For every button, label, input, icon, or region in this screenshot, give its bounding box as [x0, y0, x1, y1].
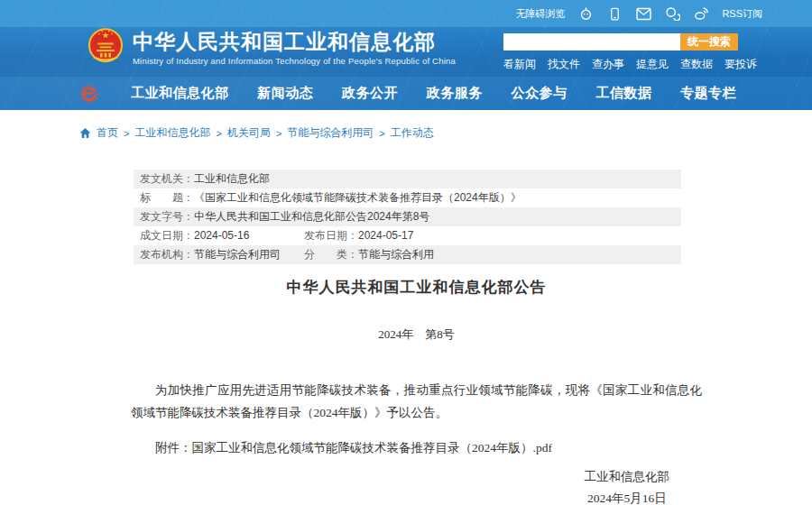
robot-icon[interactable]: [577, 5, 594, 22]
meta-value: 工业和信息化部: [194, 170, 270, 188]
nav-item-gov-services[interactable]: 政务服务: [427, 85, 483, 102]
announcement-body: 为加快推广应用先进适用节能降碳技术装备，推动重点行业领域节能降碳，现将《国家工业…: [131, 379, 702, 424]
document-meta-table: 发文机关：工业和信息化部 标 题：《国家工业和信息化领域节能降碳技术装备推荐目录…: [134, 170, 681, 264]
signature-date: 2024年5月16日: [585, 488, 670, 505]
attachment-line: 附件：国家工业和信息化领域节能降碳技术装备推荐目录（2024年版）.pdf: [131, 436, 702, 459]
quick-link-files[interactable]: 找文件: [548, 57, 580, 72]
meta-label: 发文机关：: [140, 170, 194, 188]
signature-block: 工业和信息化部 2024年5月16日: [131, 466, 702, 505]
meta-value: 《国家工业和信息化领域节能降碳技术装备推荐目录（2024年版）》: [194, 188, 521, 207]
meta-label: 发布日期：: [304, 226, 358, 245]
breadcrumb-separator: >: [216, 128, 221, 139]
breadcrumb-energy-dept[interactable]: 节能与综合利用司: [287, 125, 374, 141]
meta-label: 发文字号：: [140, 207, 194, 226]
nav-item-data[interactable]: 工信数据: [595, 85, 651, 102]
announcement-issue-number: 2024年 第8号: [131, 326, 702, 343]
accessibility-link[interactable]: 无障碍浏览: [515, 7, 565, 21]
breadcrumb: 首页 > 工业和信息化部 > 机关司局 > 节能与综合利用司 > 工作动态: [79, 125, 434, 141]
meta-value: 节能与综合利用司: [194, 245, 281, 264]
breadcrumb-separator: >: [124, 128, 129, 139]
quick-link-complaint[interactable]: 要投诉: [724, 57, 757, 72]
breadcrumb-current[interactable]: 工作动态: [391, 125, 434, 141]
home-icon[interactable]: [79, 127, 91, 139]
nav-item-participation[interactable]: 公众参与: [512, 85, 567, 102]
miit-announcement-page: 无障碍浏览: [0, 0, 812, 505]
breadcrumb-separator: >: [379, 128, 384, 139]
meta-row-issuing-agency: 发文机关：工业和信息化部: [134, 170, 681, 188]
quick-link-services[interactable]: 查办事: [592, 57, 624, 72]
main-nav-bar: 工业和信息化部 新闻动态 政务公开 政务服务 公众参与 工信数据 专题专栏: [0, 77, 812, 110]
wechat-icon[interactable]: [664, 5, 680, 22]
attachment-label: 附件：: [155, 441, 192, 454]
meta-row-dates: 成文日期：2024-05-16 发布日期：2024-05-17: [134, 226, 681, 245]
main-nav: 工业和信息化部 新闻动态 政务公开 政务服务 公众参与 工信数据 专题专栏: [131, 77, 736, 110]
announcement-title: 中华人民共和国工业和信息化部公告: [131, 271, 702, 298]
site-title-english: Ministry of Industry and Information Tec…: [133, 56, 456, 66]
meta-row-title: 标 题：《国家工业和信息化领域节能降碳技术装备推荐目录（2024年版）》: [134, 188, 681, 207]
national-emblem-icon: [88, 24, 124, 65]
quick-link-feedback[interactable]: 提意见: [636, 57, 669, 72]
search-button[interactable]: 统一搜索: [680, 33, 738, 50]
quick-links: 看新闻 找文件 查办事 提意见 查数据 要投诉: [503, 57, 757, 72]
utility-topbar: 无障碍浏览: [0, 0, 812, 27]
announcement-article: 中华人民共和国工业和信息化部公告 2024年 第8号 为加快推广应用先进适用节能…: [131, 271, 702, 505]
signer-name: 工业和信息化部: [585, 466, 670, 488]
nav-item-topics[interactable]: 专题专栏: [680, 85, 736, 102]
meta-value: 中华人民共和国工业和信息化部公告2024年第8号: [194, 207, 429, 226]
meta-value: 2024-05-17: [358, 226, 413, 245]
search-input[interactable]: [503, 33, 680, 50]
meta-value: 2024-05-16: [194, 226, 249, 245]
site-header: 中华人民共和国工业和信息化部 Ministry of Industry and …: [0, 27, 812, 77]
meta-label: 分 类：: [304, 245, 358, 264]
breadcrumb-departments[interactable]: 机关司局: [227, 125, 271, 141]
mail-icon[interactable]: [635, 5, 651, 22]
meta-label: 标 题：: [140, 188, 194, 207]
weibo-icon[interactable]: [693, 5, 709, 22]
nav-item-miit[interactable]: 工业和信息化部: [131, 85, 229, 102]
meta-row-doc-number: 发文字号：中华人民共和国工业和信息化部公告2024年第8号: [134, 207, 681, 226]
miit-e-logo-icon[interactable]: [79, 84, 99, 104]
search-bar: 统一搜索: [503, 33, 738, 50]
nav-item-gov-disclosure[interactable]: 政务公开: [342, 85, 398, 102]
meta-value: 节能与综合利用: [358, 245, 434, 264]
breadcrumb-separator: >: [276, 128, 281, 139]
mobile-icon[interactable]: [606, 5, 623, 22]
meta-label: 发布机构：: [140, 245, 194, 264]
attachment-pdf-link[interactable]: 国家工业和信息化领域节能降碳技术装备推荐目录（2024年版）.pdf: [192, 441, 552, 454]
meta-row-publisher-category: 发布机构：节能与综合利用司 分 类：节能与综合利用: [134, 245, 681, 264]
site-title: 中华人民共和国工业和信息化部: [133, 29, 456, 54]
site-title-block: 中华人民共和国工业和信息化部 Ministry of Industry and …: [133, 29, 456, 66]
breadcrumb-miit[interactable]: 工业和信息化部: [134, 125, 210, 141]
quick-link-data[interactable]: 查数据: [680, 57, 713, 72]
site-banner: 无障碍浏览: [0, 0, 812, 110]
quick-link-news[interactable]: 看新闻: [503, 57, 536, 72]
rss-link[interactable]: RSS订阅: [722, 7, 762, 21]
breadcrumb-home[interactable]: 首页: [97, 125, 118, 141]
meta-label: 成文日期：: [140, 226, 194, 245]
nav-item-news[interactable]: 新闻动态: [257, 85, 313, 102]
